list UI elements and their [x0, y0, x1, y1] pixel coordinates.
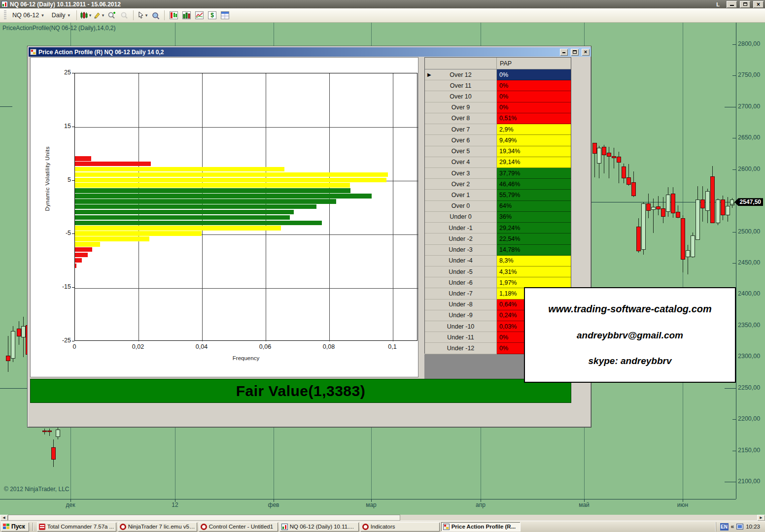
- table-row[interactable]: Over 110%: [425, 80, 571, 91]
- horizontal-scrollbar[interactable]: ◀ ▶: [0, 515, 765, 521]
- table-row[interactable]: Over 337,79%: [425, 168, 571, 179]
- scrollbar-thumb[interactable]: [8, 515, 400, 521]
- instrument-dropdown[interactable]: NQ 06-12▾: [8, 10, 48, 21]
- row-header[interactable]: Under -6: [425, 277, 497, 288]
- table-row[interactable]: ▶Over 120%: [425, 69, 571, 80]
- data-grid-icon[interactable]: [218, 9, 231, 21]
- row-header[interactable]: Under -7: [425, 288, 497, 299]
- dialog-titlebar[interactable]: Price Action Profile (R) NQ 06-12 Daily …: [29, 47, 591, 57]
- table-row[interactable]: Under -314,78%: [425, 245, 571, 256]
- row-header[interactable]: Over 8: [425, 113, 497, 124]
- scroll-right-button[interactable]: ▶: [757, 515, 765, 521]
- bars-panel-icon[interactable]: [180, 9, 193, 21]
- taskbar-button[interactable]: NQ 06-12 (Daily) 10.11....: [279, 522, 359, 532]
- row-header[interactable]: Over 3: [425, 168, 497, 179]
- pap-value-cell: 37,79%: [497, 168, 571, 179]
- row-header[interactable]: Under 0: [425, 212, 497, 223]
- row-header[interactable]: Under -11: [425, 332, 497, 343]
- table-row[interactable]: Over 69,49%: [425, 135, 571, 146]
- chart-trader-icon[interactable]: [167, 9, 180, 21]
- close-button[interactable]: ×: [753, 1, 764, 8]
- candle: [21, 326, 26, 337]
- pap-value-cell: 0,51%: [497, 113, 571, 124]
- row-header[interactable]: Under -4: [425, 256, 497, 266]
- row-header[interactable]: Over 7: [425, 124, 497, 135]
- table-row[interactable]: Under -129,24%: [425, 223, 571, 233]
- watermark-skype: skype: andreybbrv: [589, 356, 672, 366]
- drawing-tools-icon[interactable]: ▾: [92, 9, 105, 21]
- table-row[interactable]: Over 80,51%: [425, 113, 571, 124]
- scroll-left-button[interactable]: ◀: [0, 515, 8, 521]
- table-row[interactable]: Over 519,34%: [425, 146, 571, 157]
- row-header[interactable]: Over 10: [425, 91, 497, 102]
- row-header[interactable]: Over 9: [425, 102, 497, 113]
- zoom-in-icon[interactable]: [105, 9, 118, 21]
- start-button[interactable]: Пуск: [1, 522, 29, 532]
- table-row[interactable]: Under -54,31%: [425, 266, 571, 277]
- table-row[interactable]: Over 429,14%: [425, 157, 571, 168]
- toolbar-grip[interactable]: [4, 10, 6, 20]
- row-header[interactable]: Over 2: [425, 179, 497, 190]
- minimize-button[interactable]: [727, 1, 737, 8]
- taskbar-button[interactable]: Total Commander 7.57a ...: [37, 522, 116, 532]
- row-header[interactable]: Under -5: [425, 266, 497, 277]
- price-label: 2300,00: [738, 353, 760, 360]
- row-header[interactable]: Over 11: [425, 80, 497, 91]
- cursor-icon[interactable]: ▾: [136, 9, 149, 21]
- candle: [42, 431, 47, 432]
- last-candle-marker: [730, 200, 734, 204]
- row-header[interactable]: Under -1: [425, 223, 497, 233]
- network-icon[interactable]: [736, 524, 743, 530]
- taskbar-button[interactable]: Price Action Profile (R...: [441, 522, 521, 532]
- profile-bar: [75, 188, 350, 193]
- language-indicator[interactable]: EN: [720, 523, 729, 531]
- restore-button[interactable]: [740, 1, 750, 8]
- table-row[interactable]: Over 155,79%: [425, 190, 571, 200]
- pap-value-cell: 8,3%: [497, 256, 571, 266]
- row-header[interactable]: Under -12: [425, 343, 497, 354]
- zoom-out-icon[interactable]: [118, 9, 131, 21]
- row-header[interactable]: Under -9: [425, 310, 497, 321]
- table-row[interactable]: Over 064%: [425, 201, 571, 212]
- candle-wick: [609, 147, 609, 178]
- row-header[interactable]: Under -3: [425, 245, 497, 256]
- profile-bar: [75, 178, 386, 183]
- table-row[interactable]: Over 90%: [425, 102, 571, 113]
- table-row[interactable]: Under -222,54%: [425, 233, 571, 244]
- table-row[interactable]: Over 246,46%: [425, 179, 571, 190]
- row-header[interactable]: Under -2: [425, 233, 497, 244]
- bar-style-icon[interactable]: ▾: [79, 9, 92, 21]
- tray-chevron-icon[interactable]: «: [731, 523, 734, 530]
- profile-bar: [75, 215, 290, 220]
- profile-bar: [75, 242, 100, 247]
- taskbar-button[interactable]: Control Center - Untitled1: [199, 522, 278, 532]
- dialog-minimize-button[interactable]: [560, 49, 568, 56]
- candle: [710, 176, 715, 223]
- table-row[interactable]: Under 036%: [425, 212, 571, 223]
- row-header[interactable]: Under -8: [425, 299, 497, 310]
- time-label: апр: [476, 501, 486, 508]
- row-header[interactable]: Over 4: [425, 157, 497, 168]
- pap-value-cell: 55,79%: [497, 190, 571, 200]
- period-dropdown[interactable]: Daily▾: [48, 10, 74, 21]
- candle: [597, 148, 601, 164]
- row-header[interactable]: Over 0: [425, 201, 497, 212]
- table-row[interactable]: Over 72,9%: [425, 124, 571, 135]
- table-row[interactable]: Under -48,3%: [425, 256, 571, 266]
- profile-bar: [75, 247, 92, 252]
- row-header[interactable]: Over 1: [425, 190, 497, 200]
- row-header[interactable]: Over 5: [425, 146, 497, 157]
- row-header[interactable]: Under -10: [425, 321, 497, 332]
- data-box-icon[interactable]: [149, 9, 162, 21]
- strategies-icon[interactable]: $: [206, 9, 218, 21]
- row-header[interactable]: Over 6: [425, 135, 497, 146]
- dialog-close-button[interactable]: ×: [582, 49, 590, 56]
- screen: NQ 06-12 (Daily) 10.11.2011 - 15.06.2012…: [0, 0, 765, 532]
- taskbar-button[interactable]: Indicators: [360, 522, 440, 532]
- dialog-maximize-button[interactable]: [571, 49, 579, 56]
- profile-bar: [75, 210, 294, 215]
- indicators-icon[interactable]: [193, 9, 206, 21]
- taskbar-button[interactable]: NinjaTrader 7 lic.emu v5.06: [118, 522, 197, 532]
- row-header[interactable]: ▶Over 12: [425, 69, 497, 80]
- table-row[interactable]: Over 100%: [425, 91, 571, 102]
